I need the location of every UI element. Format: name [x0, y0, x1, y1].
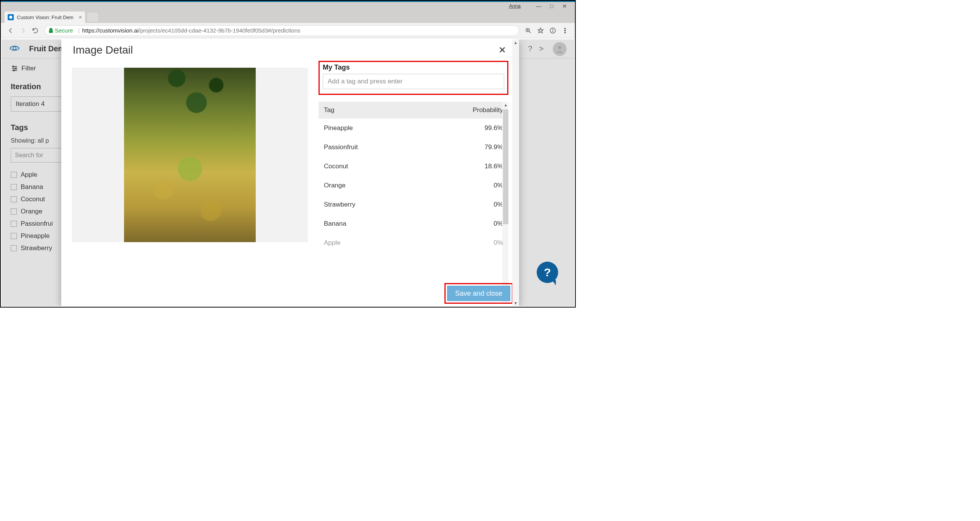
tab-favicon — [8, 14, 14, 20]
new-tab-button[interactable] — [87, 13, 98, 22]
table-header: Tag Probability — [318, 102, 508, 119]
tab-title: Custom Vision: Fruit Dem — [17, 15, 74, 20]
nav-forward-button[interactable] — [18, 26, 28, 35]
my-tags-label: My Tags — [323, 63, 504, 72]
svg-point-9 — [565, 28, 565, 29]
add-tag-input[interactable] — [323, 74, 504, 89]
tab-close-button[interactable]: × — [79, 14, 82, 20]
predictions-table: ▲ ▼ Tag Probability Pineapple99.6% Passi… — [318, 102, 508, 302]
scroll-thumb[interactable] — [503, 109, 508, 224]
predictions-panel: My Tags ▲ ▼ Tag Probability Pineapple99.… — [318, 59, 508, 302]
nav-reload-button[interactable] — [31, 26, 40, 35]
url-input[interactable]: Secure | https://customvision.ai/project… — [44, 25, 519, 36]
svg-point-11 — [565, 32, 565, 33]
svg-point-8 — [553, 29, 553, 29]
svg-marker-5 — [538, 28, 543, 33]
col-header-tag: Tag — [324, 106, 334, 114]
browser-tabstrip: Custom Vision: Fruit Dem × — [1, 10, 575, 23]
page-info-icon[interactable] — [548, 26, 558, 36]
scroll-up-icon[interactable]: ▲ — [502, 102, 508, 108]
browser-menu-icon[interactable] — [560, 26, 570, 36]
col-header-probability: Probability — [473, 106, 503, 114]
window-user: Anna — [509, 3, 521, 9]
svg-line-2 — [529, 31, 531, 33]
url-host: https://customvision.ai — [82, 27, 139, 34]
app-page: Fruit Dem ? > Filter Iteration Iteration… — [2, 39, 574, 306]
save-highlight: Save and close — [444, 283, 513, 304]
scroll-down-icon[interactable]: ▼ — [512, 300, 519, 306]
modal-title: Image Detail — [73, 44, 133, 56]
scroll-up-icon[interactable]: ▲ — [512, 39, 519, 46]
help-fab[interactable]: ? — [537, 262, 558, 283]
prediction-row: Banana0% — [318, 214, 508, 233]
secure-indicator: Secure — [49, 27, 73, 34]
bookmark-star-icon[interactable] — [536, 26, 546, 36]
svg-point-0 — [9, 16, 12, 19]
prediction-row: Passionfruit79.9% — [318, 138, 508, 157]
image-placeholder — [124, 68, 256, 242]
image-detail-modal: Image Detail ✕ My Tags ▲ ▼ — [61, 39, 519, 306]
modal-close-button[interactable]: ✕ — [497, 43, 508, 57]
prediction-row: Strawberry0% — [318, 195, 508, 214]
zoom-icon[interactable] — [523, 26, 533, 36]
nav-back-button[interactable] — [6, 26, 15, 35]
prediction-row: Orange0% — [318, 176, 508, 195]
browser-tab[interactable]: Custom Vision: Fruit Dem × — [5, 11, 85, 23]
my-tags-highlight: My Tags — [318, 61, 508, 95]
window-minimize-button[interactable]: — — [532, 3, 545, 9]
prediction-row: Pineapple99.6% — [318, 119, 508, 138]
window-titlebar: Anna — □ ✕ — [1, 1, 575, 10]
image-preview-panel — [72, 68, 308, 242]
predictions-scrollbar[interactable]: ▲ ▼ — [502, 102, 508, 302]
svg-point-10 — [565, 30, 565, 31]
modal-scrollbar[interactable]: ▲ ▼ — [512, 39, 519, 306]
help-icon: ? — [544, 266, 551, 279]
browser-addressbar: Secure | https://customvision.ai/project… — [1, 23, 575, 38]
prediction-row: Coconut18.6% — [318, 157, 508, 176]
prediction-row: Apple0% — [318, 233, 508, 252]
secure-label: Secure — [55, 27, 73, 34]
window-close-button[interactable]: ✕ — [558, 3, 571, 9]
save-and-close-button[interactable]: Save and close — [447, 286, 510, 301]
url-path: /projects/ec4105dd-cdae-4132-9b7b-1940fe… — [139, 27, 301, 34]
window-maximize-button[interactable]: □ — [545, 3, 558, 9]
